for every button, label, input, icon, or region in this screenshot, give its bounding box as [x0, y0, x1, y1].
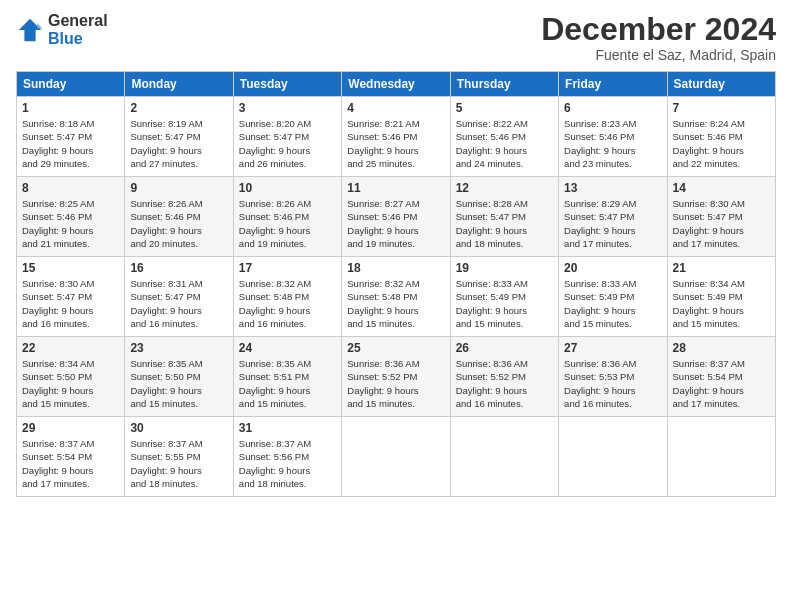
empty-cell: [450, 417, 558, 497]
day-info: Sunrise: 8:37 AM Sunset: 5:54 PM Dayligh…: [673, 357, 770, 410]
day-info: Sunrise: 8:37 AM Sunset: 5:56 PM Dayligh…: [239, 437, 336, 490]
day-number: 23: [130, 341, 227, 355]
day-number: 9: [130, 181, 227, 195]
day-number: 20: [564, 261, 661, 275]
week-row-4: 22Sunrise: 8:34 AM Sunset: 5:50 PM Dayli…: [17, 337, 776, 417]
week-row-2: 8Sunrise: 8:25 AM Sunset: 5:46 PM Daylig…: [17, 177, 776, 257]
day-number: 24: [239, 341, 336, 355]
day-number: 15: [22, 261, 119, 275]
day-cell-26: 26Sunrise: 8:36 AM Sunset: 5:52 PM Dayli…: [450, 337, 558, 417]
day-info: Sunrise: 8:35 AM Sunset: 5:50 PM Dayligh…: [130, 357, 227, 410]
day-cell-7: 7Sunrise: 8:24 AM Sunset: 5:46 PM Daylig…: [667, 97, 775, 177]
header-row: SundayMondayTuesdayWednesdayThursdayFrid…: [17, 72, 776, 97]
day-info: Sunrise: 8:36 AM Sunset: 5:52 PM Dayligh…: [347, 357, 444, 410]
day-info: Sunrise: 8:25 AM Sunset: 5:46 PM Dayligh…: [22, 197, 119, 250]
day-cell-10: 10Sunrise: 8:26 AM Sunset: 5:46 PM Dayli…: [233, 177, 341, 257]
day-number: 4: [347, 101, 444, 115]
day-cell-28: 28Sunrise: 8:37 AM Sunset: 5:54 PM Dayli…: [667, 337, 775, 417]
month-title: December 2024: [541, 12, 776, 47]
logo-icon: [16, 16, 44, 44]
day-cell-1: 1Sunrise: 8:18 AM Sunset: 5:47 PM Daylig…: [17, 97, 125, 177]
column-header-friday: Friday: [559, 72, 667, 97]
day-cell-9: 9Sunrise: 8:26 AM Sunset: 5:46 PM Daylig…: [125, 177, 233, 257]
week-row-1: 1Sunrise: 8:18 AM Sunset: 5:47 PM Daylig…: [17, 97, 776, 177]
empty-cell: [667, 417, 775, 497]
day-info: Sunrise: 8:24 AM Sunset: 5:46 PM Dayligh…: [673, 117, 770, 170]
day-number: 7: [673, 101, 770, 115]
day-cell-29: 29Sunrise: 8:37 AM Sunset: 5:54 PM Dayli…: [17, 417, 125, 497]
day-cell-24: 24Sunrise: 8:35 AM Sunset: 5:51 PM Dayli…: [233, 337, 341, 417]
day-number: 6: [564, 101, 661, 115]
day-info: Sunrise: 8:18 AM Sunset: 5:47 PM Dayligh…: [22, 117, 119, 170]
day-info: Sunrise: 8:19 AM Sunset: 5:47 PM Dayligh…: [130, 117, 227, 170]
calendar: SundayMondayTuesdayWednesdayThursdayFrid…: [16, 71, 776, 497]
column-header-monday: Monday: [125, 72, 233, 97]
day-cell-19: 19Sunrise: 8:33 AM Sunset: 5:49 PM Dayli…: [450, 257, 558, 337]
empty-cell: [342, 417, 450, 497]
day-cell-15: 15Sunrise: 8:30 AM Sunset: 5:47 PM Dayli…: [17, 257, 125, 337]
title-area: December 2024 Fuente el Saz, Madrid, Spa…: [541, 12, 776, 63]
day-info: Sunrise: 8:23 AM Sunset: 5:46 PM Dayligh…: [564, 117, 661, 170]
column-header-tuesday: Tuesday: [233, 72, 341, 97]
day-number: 5: [456, 101, 553, 115]
day-number: 16: [130, 261, 227, 275]
day-cell-21: 21Sunrise: 8:34 AM Sunset: 5:49 PM Dayli…: [667, 257, 775, 337]
day-number: 14: [673, 181, 770, 195]
day-number: 29: [22, 421, 119, 435]
day-number: 12: [456, 181, 553, 195]
day-number: 27: [564, 341, 661, 355]
day-info: Sunrise: 8:33 AM Sunset: 5:49 PM Dayligh…: [564, 277, 661, 330]
day-cell-5: 5Sunrise: 8:22 AM Sunset: 5:46 PM Daylig…: [450, 97, 558, 177]
day-info: Sunrise: 8:21 AM Sunset: 5:46 PM Dayligh…: [347, 117, 444, 170]
day-info: Sunrise: 8:26 AM Sunset: 5:46 PM Dayligh…: [239, 197, 336, 250]
column-header-thursday: Thursday: [450, 72, 558, 97]
day-cell-2: 2Sunrise: 8:19 AM Sunset: 5:47 PM Daylig…: [125, 97, 233, 177]
day-number: 25: [347, 341, 444, 355]
day-info: Sunrise: 8:35 AM Sunset: 5:51 PM Dayligh…: [239, 357, 336, 410]
day-cell-30: 30Sunrise: 8:37 AM Sunset: 5:55 PM Dayli…: [125, 417, 233, 497]
day-number: 21: [673, 261, 770, 275]
day-info: Sunrise: 8:36 AM Sunset: 5:53 PM Dayligh…: [564, 357, 661, 410]
day-cell-3: 3Sunrise: 8:20 AM Sunset: 5:47 PM Daylig…: [233, 97, 341, 177]
day-info: Sunrise: 8:32 AM Sunset: 5:48 PM Dayligh…: [347, 277, 444, 330]
day-number: 18: [347, 261, 444, 275]
svg-marker-0: [19, 18, 41, 40]
day-number: 11: [347, 181, 444, 195]
column-header-sunday: Sunday: [17, 72, 125, 97]
day-cell-13: 13Sunrise: 8:29 AM Sunset: 5:47 PM Dayli…: [559, 177, 667, 257]
day-number: 31: [239, 421, 336, 435]
day-number: 8: [22, 181, 119, 195]
day-number: 13: [564, 181, 661, 195]
day-cell-23: 23Sunrise: 8:35 AM Sunset: 5:50 PM Dayli…: [125, 337, 233, 417]
location: Fuente el Saz, Madrid, Spain: [541, 47, 776, 63]
day-cell-25: 25Sunrise: 8:36 AM Sunset: 5:52 PM Dayli…: [342, 337, 450, 417]
empty-cell: [559, 417, 667, 497]
day-cell-16: 16Sunrise: 8:31 AM Sunset: 5:47 PM Dayli…: [125, 257, 233, 337]
day-info: Sunrise: 8:29 AM Sunset: 5:47 PM Dayligh…: [564, 197, 661, 250]
day-info: Sunrise: 8:20 AM Sunset: 5:47 PM Dayligh…: [239, 117, 336, 170]
day-cell-20: 20Sunrise: 8:33 AM Sunset: 5:49 PM Dayli…: [559, 257, 667, 337]
day-number: 22: [22, 341, 119, 355]
day-info: Sunrise: 8:22 AM Sunset: 5:46 PM Dayligh…: [456, 117, 553, 170]
day-info: Sunrise: 8:26 AM Sunset: 5:46 PM Dayligh…: [130, 197, 227, 250]
day-cell-4: 4Sunrise: 8:21 AM Sunset: 5:46 PM Daylig…: [342, 97, 450, 177]
column-header-saturday: Saturday: [667, 72, 775, 97]
day-info: Sunrise: 8:28 AM Sunset: 5:47 PM Dayligh…: [456, 197, 553, 250]
day-number: 19: [456, 261, 553, 275]
day-cell-11: 11Sunrise: 8:27 AM Sunset: 5:46 PM Dayli…: [342, 177, 450, 257]
page: General Blue December 2024 Fuente el Saz…: [0, 0, 792, 612]
day-info: Sunrise: 8:30 AM Sunset: 5:47 PM Dayligh…: [673, 197, 770, 250]
day-info: Sunrise: 8:37 AM Sunset: 5:54 PM Dayligh…: [22, 437, 119, 490]
day-cell-12: 12Sunrise: 8:28 AM Sunset: 5:47 PM Dayli…: [450, 177, 558, 257]
day-info: Sunrise: 8:34 AM Sunset: 5:49 PM Dayligh…: [673, 277, 770, 330]
day-info: Sunrise: 8:30 AM Sunset: 5:47 PM Dayligh…: [22, 277, 119, 330]
day-info: Sunrise: 8:32 AM Sunset: 5:48 PM Dayligh…: [239, 277, 336, 330]
day-number: 26: [456, 341, 553, 355]
day-number: 10: [239, 181, 336, 195]
column-header-wednesday: Wednesday: [342, 72, 450, 97]
day-cell-6: 6Sunrise: 8:23 AM Sunset: 5:46 PM Daylig…: [559, 97, 667, 177]
day-info: Sunrise: 8:36 AM Sunset: 5:52 PM Dayligh…: [456, 357, 553, 410]
day-cell-22: 22Sunrise: 8:34 AM Sunset: 5:50 PM Dayli…: [17, 337, 125, 417]
day-cell-8: 8Sunrise: 8:25 AM Sunset: 5:46 PM Daylig…: [17, 177, 125, 257]
day-cell-14: 14Sunrise: 8:30 AM Sunset: 5:47 PM Dayli…: [667, 177, 775, 257]
